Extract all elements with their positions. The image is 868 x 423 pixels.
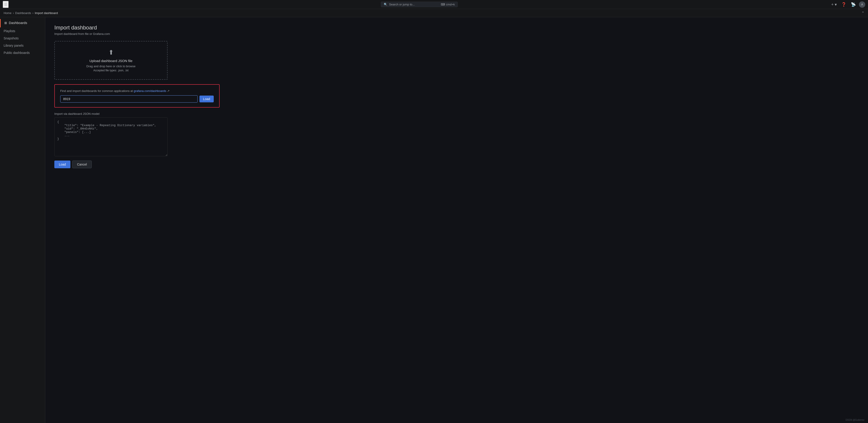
grafana-import-section: Find and import dashboards for common ap…: [54, 84, 220, 108]
grafana-import-row: Load: [60, 95, 214, 102]
sidebar-title-label: Dashboards: [9, 21, 27, 25]
sidebar-item-public-dashboards-label: Public dashboards: [4, 51, 30, 55]
sidebar-item-library-panels-label: Library panels: [4, 44, 24, 47]
upload-icon: ⬆: [62, 49, 160, 56]
upload-desc: Drag and drop here or click to browse: [62, 64, 160, 68]
cancel-button[interactable]: Cancel: [72, 160, 92, 168]
help-button[interactable]: ❓: [840, 1, 848, 8]
sidebar-item-snapshots-label: Snapshots: [4, 36, 19, 40]
main-content: Import dashboard Import dashboard from f…: [45, 17, 868, 423]
sidebar-item-public-dashboards[interactable]: Public dashboards: [0, 49, 45, 56]
keyboard-icon: ⌨: [441, 3, 445, 6]
page-title: Import dashboard: [54, 25, 859, 31]
breadcrumb-current: Import dashboard: [35, 11, 58, 15]
search-icon: 🔍: [384, 3, 388, 6]
breadcrumb-sep-1: ›: [13, 11, 14, 15]
collapse-button[interactable]: ⌃: [862, 11, 864, 15]
search-bar[interactable]: 🔍 Search or jump to... ⌨ cmd+k: [381, 2, 458, 7]
breadcrumb-bar: Home › Dashboards › Import dashboard ⌃: [0, 9, 868, 17]
rss-button[interactable]: 📡: [849, 1, 857, 8]
sidebar-item-playlists-label: Playlists: [4, 29, 15, 33]
breadcrumb: Home › Dashboards › Import dashboard: [4, 11, 58, 15]
add-button[interactable]: + ▾: [830, 1, 838, 8]
layout: ⊞ Dashboards Playlists Snapshots Library…: [0, 17, 868, 423]
topnav-right: + ▾ ❓ 📡 A: [830, 1, 865, 8]
search-shortcut: ⌨ cmd+k: [441, 3, 455, 6]
grafana-id-input[interactable]: [60, 95, 198, 102]
breadcrumb-home[interactable]: Home: [4, 11, 11, 15]
grafana-dashboards-link[interactable]: grafana.com/dashboards: [133, 89, 166, 93]
grafana-import-desc: Find and import dashboards for common ap…: [60, 89, 214, 93]
upload-area[interactable]: ⬆ Upload dashboard JSON file Drag and dr…: [54, 41, 167, 80]
json-model-textarea[interactable]: { "title": "Example - Repeating Dictiona…: [54, 117, 167, 156]
json-model-label: Import via dashboard JSON model: [54, 112, 859, 116]
topnav-left: ☰: [3, 1, 9, 8]
menu-button[interactable]: ☰: [3, 1, 9, 8]
sidebar: ⊞ Dashboards Playlists Snapshots Library…: [0, 17, 45, 423]
grafana-load-button[interactable]: Load: [199, 96, 214, 102]
sidebar-item-snapshots[interactable]: Snapshots: [0, 35, 45, 42]
sidebar-title: ⊞ Dashboards: [0, 19, 45, 27]
topnav-center: 🔍 Search or jump to... ⌨ cmd+k: [9, 2, 830, 7]
topnav: ☰ 🔍 Search or jump to... ⌨ cmd+k + ▾ ❓ 📡…: [0, 0, 868, 9]
action-row: Load Cancel: [54, 160, 859, 168]
external-link-icon: ↗: [167, 89, 169, 93]
search-placeholder: Search or jump to...: [389, 3, 415, 6]
upload-types: Accepted file types: .json, .txt: [62, 69, 160, 72]
breadcrumb-sep-2: ›: [32, 11, 33, 15]
sidebar-item-playlists[interactable]: Playlists: [0, 27, 45, 35]
avatar[interactable]: A: [859, 1, 865, 8]
breadcrumb-dashboards[interactable]: Dashboards: [15, 11, 31, 15]
upload-title: Upload dashboard JSON file: [62, 59, 160, 63]
sidebar-item-library-panels[interactable]: Library panels: [0, 42, 45, 49]
page-subtitle: Import dashboard from file or Grafana.co…: [54, 32, 859, 35]
load-button[interactable]: Load: [54, 160, 70, 168]
watermark: DSGN @Gutierrez: [845, 419, 864, 421]
dashboards-icon: ⊞: [4, 21, 7, 25]
